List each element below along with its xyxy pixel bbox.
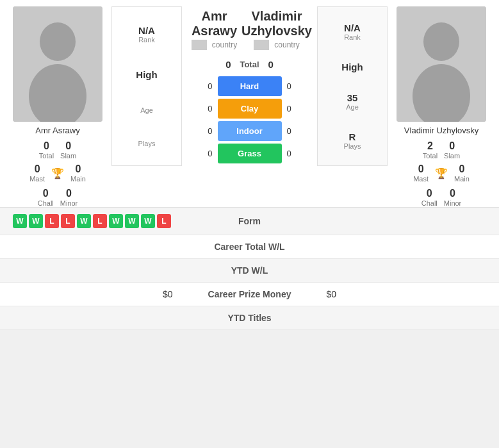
- form-badge-l: L: [45, 214, 59, 228]
- right-minor-box: 0 Minor: [444, 188, 462, 207]
- hard-button[interactable]: Hard: [218, 76, 282, 96]
- right-middle-stats: N/A Rank High 35 Age R Plays: [317, 6, 388, 166]
- right-plays-stat: R Plays: [344, 131, 361, 150]
- indoor-left-score: 0: [200, 126, 213, 136]
- clay-button[interactable]: Clay: [218, 99, 282, 119]
- right-rank-label: Rank: [344, 33, 361, 41]
- ytd-titles-label: YTD Titles: [186, 313, 314, 323]
- prize-label: Career Prize Money: [186, 289, 314, 299]
- player-names-row: Amr Asrawy country Vladimir Uzhylovsky c…: [187, 9, 312, 53]
- total-left-score: 0: [222, 59, 234, 70]
- right-player-name-below: Vladimir Uzhylovsky: [404, 126, 479, 135]
- total-row: 0 Total 0: [187, 59, 312, 70]
- form-badge-w: W: [29, 214, 43, 228]
- right-slam-value: 0: [444, 140, 460, 152]
- ytd-wl-row: YTD W/L: [0, 259, 499, 283]
- left-slam-box: 0 Slam: [60, 140, 76, 160]
- form-badge-l: L: [61, 214, 75, 228]
- left-trophy-row: 0 Mast 🏆 0 Main: [29, 163, 86, 183]
- left-country-row: country: [187, 40, 241, 50]
- right-mast-label: Mast: [413, 175, 429, 183]
- prize-right: $0: [314, 289, 487, 299]
- right-plays-value: R: [344, 131, 361, 142]
- hard-row: 0 Hard 0: [187, 76, 312, 96]
- left-main-label: Main: [70, 175, 86, 183]
- form-row: WWLLWLWWWL Form: [0, 208, 499, 235]
- right-chall-value: 0: [421, 188, 438, 199]
- right-plays-label: Plays: [344, 142, 361, 150]
- right-player-info: Vladimir Uzhylovsky 2 Total 0 Slam 0 Mas…: [390, 6, 493, 207]
- left-minor-box: 0 Minor: [60, 188, 78, 207]
- left-rank-stat: N/A Rank: [138, 25, 155, 44]
- left-chall-box: 0 Chall: [38, 188, 54, 207]
- hard-left-score: 0: [200, 81, 213, 91]
- left-total-value: 0: [39, 140, 54, 152]
- left-minor-label: Minor: [60, 199, 78, 207]
- right-player-title: Vladimir Uzhylovsky: [241, 9, 312, 38]
- right-mast-value: 0: [413, 163, 429, 175]
- left-player-name-below: Amr Asrawy: [35, 126, 79, 135]
- right-main-box: 0 Main: [454, 163, 470, 183]
- indoor-right-score: 0: [287, 126, 300, 136]
- left-stats-row2: 0 Chall 0 Minor: [38, 188, 78, 207]
- indoor-button[interactable]: Indoor: [218, 121, 282, 141]
- form-badge-l: L: [93, 214, 107, 228]
- left-flag-icon: [192, 40, 207, 50]
- grass-row: 0 Grass 0: [187, 144, 312, 163]
- left-high-stat: High: [136, 69, 157, 80]
- form-badges-left: WWLLWLWWWL: [13, 214, 173, 228]
- career-wl-row: Career Total W/L: [0, 235, 499, 259]
- right-stats-row1: 2 Total 0 Slam: [423, 140, 460, 160]
- left-plays-stat: Plays: [138, 140, 156, 147]
- right-minor-label: Minor: [444, 199, 462, 207]
- right-main-value: 0: [454, 163, 470, 175]
- form-badge-w: W: [13, 214, 27, 228]
- clay-row: 0 Clay 0: [187, 99, 312, 119]
- right-total-value: 2: [423, 140, 438, 152]
- left-minor-value: 0: [60, 188, 78, 199]
- right-trophy-row: 0 Mast 🏆 0 Main: [413, 163, 470, 183]
- left-stats-row1: 0 Total 0 Slam: [39, 140, 76, 160]
- total-label: Total: [240, 60, 259, 69]
- right-total-label: Total: [423, 152, 438, 160]
- ytd-wl-label: YTD W/L: [186, 265, 314, 276]
- left-age-stat: Age: [140, 106, 153, 114]
- right-age-label: Age: [346, 103, 359, 111]
- left-high-value: High: [136, 69, 157, 80]
- form-badge-w: W: [141, 214, 155, 228]
- total-right-score: 0: [265, 59, 277, 70]
- right-country-text: country: [274, 40, 299, 49]
- right-mast-box: 0 Mast: [413, 163, 429, 183]
- indoor-row: 0 Indoor 0: [187, 121, 312, 141]
- left-main-value: 0: [70, 163, 86, 175]
- form-badge-l: L: [157, 214, 171, 228]
- form-badge-w: W: [125, 214, 139, 228]
- clay-right-score: 0: [287, 104, 300, 113]
- left-rank-label: Rank: [138, 36, 155, 44]
- grass-button[interactable]: Grass: [218, 144, 282, 163]
- header-section: Amr Asrawy 0 Total 0 Slam 0 Mast 🏆 0: [0, 0, 499, 207]
- career-wl-label: Career Total W/L: [186, 242, 314, 252]
- left-trophy-icon: 🏆: [51, 167, 64, 179]
- left-plays-label: Plays: [138, 140, 156, 147]
- left-player-title: Amr Asrawy: [187, 9, 241, 38]
- left-player-avatar: [13, 6, 102, 122]
- left-mast-value: 0: [29, 163, 45, 175]
- left-middle-stats: N/A Rank High Age Plays: [111, 6, 182, 166]
- left-mast-box: 0 Mast: [29, 163, 45, 183]
- bottom-section: WWLLWLWWWL Form Career Total W/L YTD W/L…: [0, 207, 499, 330]
- right-age-value: 35: [346, 92, 359, 103]
- form-badge-w: W: [109, 214, 123, 228]
- form-badge-w: W: [77, 214, 91, 228]
- left-player-info: Amr Asrawy 0 Total 0 Slam 0 Mast 🏆 0: [6, 6, 109, 207]
- prize-row: $0 Career Prize Money $0: [0, 283, 499, 306]
- right-high-stat: High: [341, 62, 363, 72]
- right-trophy-icon: 🏆: [435, 167, 448, 179]
- right-chall-label: Chall: [421, 199, 438, 207]
- prize-left: $0: [13, 289, 186, 299]
- left-main-box: 0 Main: [70, 163, 86, 183]
- right-total-box: 2 Total: [423, 140, 438, 160]
- right-slam-label: Slam: [444, 152, 460, 160]
- left-slam-label: Slam: [60, 152, 76, 160]
- left-player-title-area: Amr Asrawy country: [187, 9, 241, 53]
